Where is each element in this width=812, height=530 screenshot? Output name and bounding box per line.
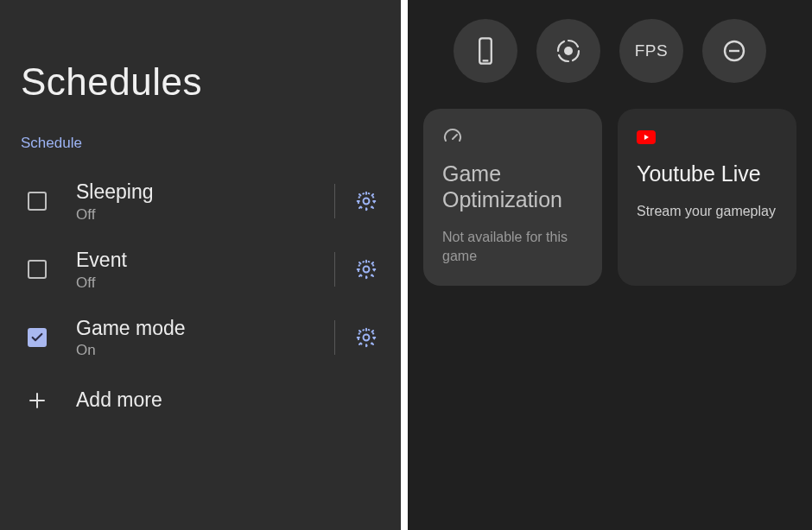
record-circle-icon (555, 38, 581, 64)
schedule-status: Off (76, 206, 327, 224)
checkbox-game-mode[interactable] (28, 328, 47, 347)
schedule-row-sleeping[interactable]: Sleeping Off (0, 167, 401, 236)
minimize-button[interactable] (702, 19, 766, 83)
gear-icon (355, 326, 377, 349)
add-schedule-button[interactable]: Add more (0, 371, 401, 429)
schedule-text: Event Off (47, 248, 327, 292)
page-title: Schedules (0, 60, 401, 135)
card-subtitle: Not available for this game (442, 228, 585, 265)
settings-button-sleeping[interactable] (349, 184, 384, 218)
svg-point-8 (564, 47, 573, 55)
plus-icon (26, 389, 48, 412)
gear-icon (355, 258, 377, 281)
card-subtitle: Stream your gameplay (637, 202, 779, 221)
minimize-circle-icon (721, 38, 747, 64)
record-button[interactable] (536, 19, 600, 83)
fps-label: FPS (635, 41, 668, 60)
svg-line-11 (453, 135, 457, 139)
divider (334, 252, 335, 287)
card-game-optimization[interactable]: Game Optimization Not available for this… (423, 109, 602, 286)
divider (334, 320, 335, 355)
settings-button-event[interactable] (349, 252, 384, 287)
schedule-name: Sleeping (76, 180, 327, 205)
card-title: Game Optimization (442, 161, 585, 212)
svg-point-4 (364, 334, 370, 340)
schedule-name: Event (76, 248, 327, 273)
phone-screenshot-icon (473, 36, 498, 66)
add-label: Add more (48, 388, 162, 412)
game-dashboard-panel: FPS Game Optimization Not available for … (408, 0, 812, 530)
schedule-row-event[interactable]: Event Off (0, 236, 401, 304)
card-youtube-live[interactable]: Youtube Live Stream your gameplay (618, 109, 796, 286)
schedules-panel: Schedules Schedule Sleeping Off Event Of… (0, 0, 401, 530)
svg-point-0 (364, 199, 370, 205)
card-title: Youtube Live (637, 161, 779, 186)
svg-point-2 (364, 267, 370, 273)
settings-button-game-mode[interactable] (349, 320, 384, 355)
checkbox-event[interactable] (28, 260, 47, 279)
schedule-status: Off (76, 274, 327, 292)
screenshot-button[interactable] (454, 19, 517, 83)
section-label: Schedule (0, 135, 401, 167)
gear-icon (355, 190, 377, 212)
schedule-name: Game mode (76, 316, 327, 341)
divider (334, 184, 335, 218)
youtube-icon (637, 126, 779, 148)
schedule-status: On (76, 342, 327, 359)
schedule-row-game-mode[interactable]: Game mode On (0, 304, 401, 372)
schedule-text: Game mode On (47, 316, 327, 360)
schedule-text: Sleeping Off (47, 180, 327, 224)
speedometer-icon (442, 126, 585, 148)
fps-button[interactable]: FPS (619, 19, 683, 83)
action-button-row: FPS (423, 19, 796, 109)
checkbox-sleeping[interactable] (28, 192, 47, 211)
card-row: Game Optimization Not available for this… (423, 109, 796, 286)
panel-gap (401, 0, 408, 530)
